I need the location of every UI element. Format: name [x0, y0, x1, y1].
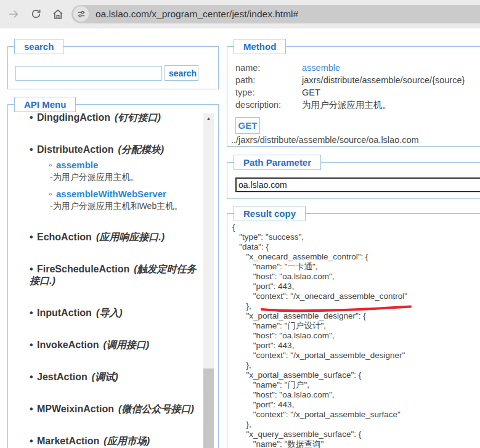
browser-toolbar: oa.lslao.com/x_program_center/jest/index…: [0, 0, 480, 28]
bullet-icon: •: [30, 403, 37, 415]
bullet-icon: •: [30, 371, 37, 383]
sub-bullet-icon: ◦: [49, 160, 56, 170]
api-menu-item-dingdingaction[interactable]: •DingdingAction(钉钉接口): [30, 113, 200, 123]
method-row-description: description: 为用户分派应用主机。: [235, 99, 480, 111]
assemblewithwebserver-description: -为用户分派应用主机和Web主机。: [50, 202, 200, 211]
site-settings-button[interactable]: [73, 6, 89, 22]
reload-icon: [30, 8, 42, 20]
search-button[interactable]: search: [165, 65, 198, 81]
forward-icon: [7, 8, 20, 20]
api-menu-scroll-area: •DingdingAction(钉钉接口) •DistributeAction(…: [13, 113, 200, 448]
method-row-path: path: jaxrs/distribute/assemble/source/{…: [235, 74, 480, 86]
method-panel: Method name: assemble path: jaxrs/distri…: [227, 46, 480, 147]
request-url: ../jaxrs/distribute/assemble/source/oa.l…: [231, 135, 419, 145]
get-button[interactable]: GET: [235, 117, 260, 134]
search-input[interactable]: [15, 66, 162, 81]
home-icon: [52, 8, 64, 20]
result-panel-legend: Result copy: [234, 206, 306, 221]
api-menu-item-inputaction[interactable]: •InputAction(导入): [30, 307, 200, 319]
path-parameter-input[interactable]: [235, 177, 480, 192]
result-json: { "type": "success", "data": { "x_onecar…: [232, 222, 407, 448]
api-menu-item-mpweixinaction[interactable]: •MPWeixinAction(微信公众号接口): [30, 403, 200, 415]
api-menu-item-firescheduleaction[interactable]: •FireScheduleAction(触发定时任务接口.): [30, 263, 200, 287]
url-bar[interactable]: oa.lslao.com/x_program_center/jest/index…: [71, 5, 480, 23]
api-menu-legend: API Menu: [14, 97, 76, 112]
tune-icon: [76, 9, 86, 19]
api-menu-list: •DingdingAction(钉钉接口) •DistributeAction(…: [13, 113, 200, 448]
api-menu-item-echoaction[interactable]: •EchoAction(应用响应接口.): [30, 231, 200, 243]
bullet-icon: •: [30, 307, 37, 319]
api-submenu-item-assemblewithwebserver: ◦assembleWithWebServer -为用户分派应用主机和Web主机。: [49, 189, 200, 211]
scrollbar-thumb[interactable]: [203, 369, 214, 448]
assemble-link[interactable]: assemble: [56, 160, 98, 170]
bullet-icon: •: [30, 113, 37, 123]
path-parameter-legend: Path Parameter: [234, 155, 321, 170]
scroll-up-icon[interactable]: ▲: [203, 113, 214, 124]
api-menu-item-marketaction[interactable]: •MarketAction(应用市场): [30, 435, 200, 447]
forward-button[interactable]: [5, 6, 22, 23]
bullet-icon: •: [30, 231, 37, 243]
reload-button[interactable]: [27, 6, 44, 23]
method-rows: name: assemble path: jaxrs/distribute/as…: [235, 62, 480, 111]
method-row-name: name: assemble: [235, 62, 480, 74]
search-panel-legend: search: [14, 39, 63, 54]
api-menu-item-invokeaction[interactable]: •InvokeAction(调用接口): [30, 339, 200, 351]
bullet-icon: •: [30, 339, 37, 351]
method-row-type: type: GET: [235, 86, 480, 99]
sub-bullet-icon: ◦: [49, 189, 56, 199]
result-panel: Result copy { "type": "success", "data":…: [227, 213, 480, 448]
method-name-link[interactable]: assemble: [302, 62, 340, 74]
path-parameter-panel: Path Parameter: [227, 162, 480, 199]
bullet-icon: •: [30, 144, 37, 155]
bullet-icon: •: [30, 435, 37, 447]
assemble-description: -为用户分派应用主机。: [50, 173, 200, 182]
api-submenu: ◦assemble -为用户分派应用主机。 ◦assembleWithWebSe…: [30, 160, 200, 211]
api-menu-item-jestaction[interactable]: •JestAction(调试): [30, 371, 200, 383]
api-submenu-item-assemble: ◦assemble -为用户分派应用主机。: [49, 160, 200, 182]
bullet-icon: •: [30, 263, 37, 275]
url-text: oa.lslao.com/x_program_center/jest/index…: [96, 9, 298, 20]
api-menu-panel: API Menu •DingdingAction(钉钉接口) •Distribu…: [7, 104, 219, 448]
method-panel-legend: Method: [234, 39, 286, 54]
search-panel: search search: [7, 46, 219, 89]
menu-scrollbar[interactable]: ▲: [203, 113, 214, 448]
assemblewithwebserver-link[interactable]: assembleWithWebServer: [56, 189, 166, 199]
api-menu-item-distributeaction[interactable]: •DistributeAction(分配模块) ◦assemble -为用户分派…: [30, 144, 200, 211]
home-button[interactable]: [49, 6, 67, 23]
